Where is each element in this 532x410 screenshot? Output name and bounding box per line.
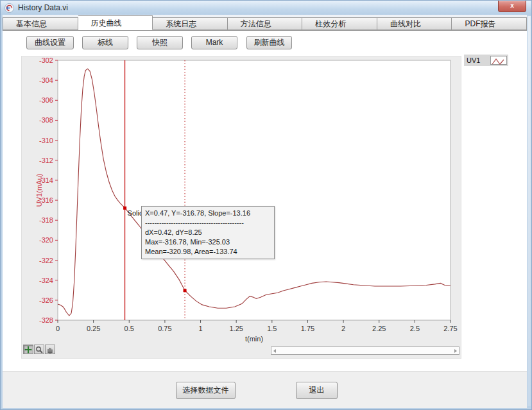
chart-panel: -302-304-306-308-310-312-314-316-318-320… xyxy=(21,56,461,359)
scroll-right-icon[interactable] xyxy=(454,349,457,353)
chart-h-scrollbar[interactable] xyxy=(271,346,459,355)
graph-tool-palette xyxy=(23,345,56,354)
x-tick-label: 0.25 xyxy=(87,325,100,332)
x-tick-label: 2 xyxy=(341,325,345,332)
y-tick-label: -306 xyxy=(39,96,53,104)
footer-bar: 选择数据文件 退出 xyxy=(3,371,527,408)
cursor-marker[interactable] xyxy=(184,289,187,292)
scroll-left-icon[interactable] xyxy=(273,349,276,353)
tab-pdf-report[interactable]: PDF报告 xyxy=(452,17,527,30)
y-tick-label: -328 xyxy=(39,316,53,324)
y-tick-label: -304 xyxy=(39,76,53,84)
y-tick-label: -308 xyxy=(39,116,53,124)
x-tick-label: 0.75 xyxy=(158,325,171,332)
title-bar: History Data.vi x xyxy=(1,1,531,15)
y-tick-label: -310 xyxy=(39,137,53,144)
tooltip-line-xy: X=0.47, Y=-316.78, Slope=-13.16 xyxy=(145,209,271,218)
close-icon: x xyxy=(510,2,514,9)
tab-history-curve[interactable]: 历史曲线 xyxy=(78,15,153,30)
y-axis-title: UV1(mAu) xyxy=(35,174,43,207)
x-tick-label: 2.5 xyxy=(410,325,420,332)
window-body: 基本信息 历史曲线 系统日志 方法信息 柱效分析 曲线对比 PDF报告 曲线设置… xyxy=(3,15,527,408)
cursor-tooltip: X=0.47, Y=-316.78, Slope=-13.16 --------… xyxy=(141,206,275,259)
labview-icon xyxy=(4,3,14,13)
close-button[interactable]: x xyxy=(498,1,526,12)
mark-button[interactable]: Mark xyxy=(191,36,237,49)
tooltip-line-meanarea: Mean=-320.98, Area=-133.74 xyxy=(145,247,271,257)
crosshair-tool-icon[interactable] xyxy=(23,345,33,354)
select-data-file-button[interactable]: 选择数据文件 xyxy=(176,382,236,399)
x-tick-label: 1 xyxy=(198,325,202,332)
pan-hand-tool-icon[interactable] xyxy=(45,345,55,354)
tooltip-line-maxmin: Max=-316.78, Min=-325.03 xyxy=(145,237,271,247)
y-tick-label: -318 xyxy=(39,216,53,224)
tab-bar: 基本信息 历史曲线 系统日志 方法信息 柱效分析 曲线对比 PDF报告 xyxy=(3,15,527,31)
tooltip-separator: ----------------------------------------… xyxy=(145,218,271,228)
curve-settings-button[interactable]: 曲线设置 xyxy=(26,36,74,49)
x-tick-label: 1.25 xyxy=(229,325,243,332)
cursor-marker[interactable] xyxy=(123,207,126,210)
zoom-tool-icon[interactable] xyxy=(34,345,44,354)
legend-series-name: UV1 xyxy=(467,56,480,64)
marker-line-button[interactable]: 标线 xyxy=(82,36,128,49)
y-tick-label: -322 xyxy=(39,257,53,264)
x-tick-label: 1.5 xyxy=(267,325,277,332)
plot-area[interactable] xyxy=(58,60,450,320)
x-tick-label: 0 xyxy=(56,325,60,332)
tab-column-efficiency[interactable]: 柱效分析 xyxy=(302,17,377,30)
y-tick-label: -302 xyxy=(39,56,53,64)
tab-system-log[interactable]: 系统日志 xyxy=(153,17,228,30)
y-tick-label: -324 xyxy=(39,277,53,284)
refresh-curve-button[interactable]: 刷新曲线 xyxy=(246,36,292,49)
plot-legend[interactable]: UV1 xyxy=(464,55,508,66)
x-tick-label: 2.75 xyxy=(443,325,457,332)
tab-curve-compare[interactable]: 曲线对比 xyxy=(377,17,452,30)
y-tick-label: -312 xyxy=(39,157,53,164)
tab-basic-info[interactable]: 基本信息 xyxy=(3,17,78,30)
x-axis-title: t(min) xyxy=(245,335,263,343)
window-title: History Data.vi xyxy=(18,3,68,12)
y-tick-label: -326 xyxy=(39,296,53,304)
snapshot-button[interactable]: 快照 xyxy=(137,36,183,49)
window-frame-glass xyxy=(528,16,531,406)
tooltip-line-delta: dX=0.42, dY=8.25 xyxy=(145,228,271,237)
x-tick-label: 2.25 xyxy=(372,325,386,332)
x-tick-label: 1.75 xyxy=(301,325,314,332)
legend-line-sample-icon xyxy=(490,56,507,65)
x-tick-label: 0.5 xyxy=(124,325,134,332)
app-window: History Data.vi x 基本信息 历史曲线 系统日志 方法信息 柱效… xyxy=(0,0,532,410)
exit-button[interactable]: 退出 xyxy=(296,382,338,399)
tab-method-info[interactable]: 方法信息 xyxy=(228,17,303,30)
y-tick-label: -320 xyxy=(39,236,53,244)
